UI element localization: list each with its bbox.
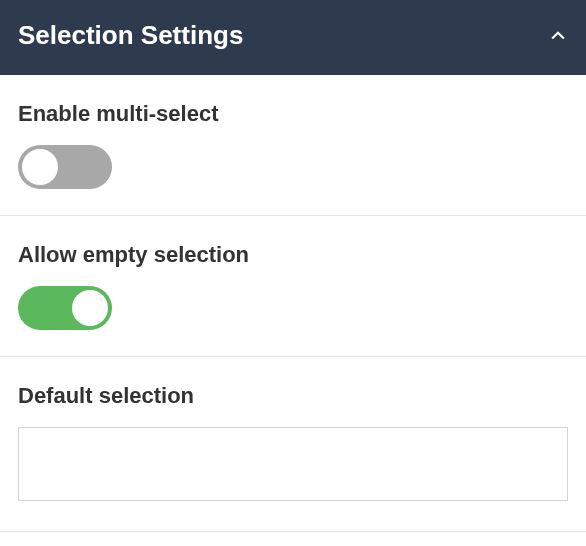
settings-header[interactable]: Selection Settings — [0, 0, 586, 75]
setting-multi-select: Enable multi-select — [0, 75, 586, 216]
setting-default-selection-label: Default selection — [18, 383, 568, 409]
setting-multi-select-label: Enable multi-select — [18, 101, 568, 127]
toggle-allow-empty[interactable] — [18, 286, 112, 330]
chevron-up-icon[interactable] — [548, 26, 568, 46]
setting-allow-empty-label: Allow empty selection — [18, 242, 568, 268]
toggle-knob — [72, 290, 108, 326]
setting-allow-empty: Allow empty selection — [0, 216, 586, 357]
settings-header-title: Selection Settings — [18, 20, 243, 51]
setting-default-selection: Default selection — [0, 357, 586, 532]
default-selection-input[interactable] — [18, 427, 568, 501]
toggle-knob — [22, 149, 58, 185]
toggle-multi-select[interactable] — [18, 145, 112, 189]
